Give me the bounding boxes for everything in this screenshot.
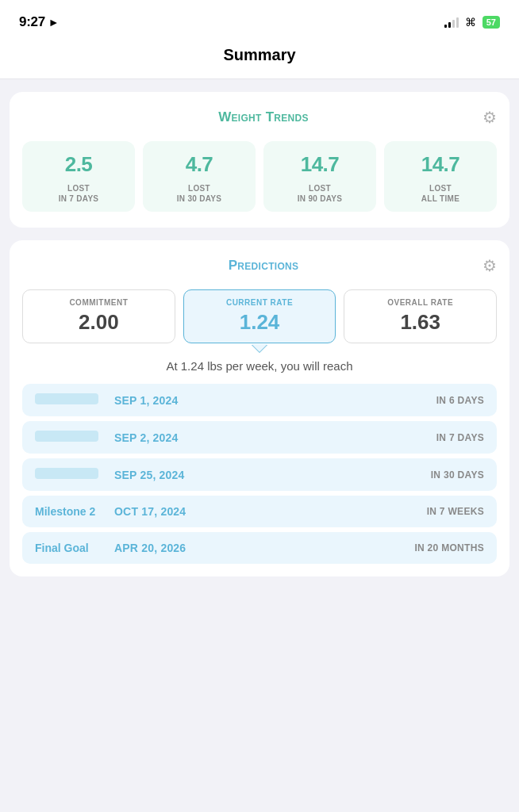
trend-value-alltime: 14.7: [421, 152, 460, 177]
rate-value-overall: 1.63: [400, 310, 440, 335]
trend-label-30days: LOSTIN 30 DAYS: [177, 183, 222, 204]
prediction-row-3: SEP 25, 2024 IN 30 DAYS: [22, 458, 497, 491]
prediction-row-4: Milestone 2 OCT 17, 2024 IN 7 WEEKS: [22, 496, 497, 527]
battery-indicator: 57: [482, 16, 500, 29]
rate-value-current: 1.24: [240, 310, 280, 335]
trend-box-30days: 4.7 LOSTIN 30 DAYS: [143, 141, 256, 212]
location-icon: ►: [48, 16, 60, 29]
prediction-row-2: SEP 2, 2024 IN 7 DAYS: [22, 421, 497, 454]
prediction-row-5: Final Goal APR 20, 2026 IN 20 MONTHS: [22, 532, 497, 564]
rate-selector: COMMITMENT 2.00 CURRENT RATE 1.24 OVERAL…: [22, 289, 497, 343]
status-bar: 9:27 ► ⌘ 57: [0, 0, 519, 40]
weight-trends-header: Weight Trends ⚙: [22, 108, 497, 127]
prediction-list: SEP 1, 2024 IN 6 DAYS SEP 2, 2024 IN 7 D…: [22, 384, 497, 564]
predictions-card: Predictions ⚙ COMMITMENT 2.00 CURRENT RA…: [10, 240, 509, 576]
trend-label-alltime: LOSTALL TIME: [421, 183, 459, 204]
pred-timeframe-3: IN 30 DAYS: [431, 469, 484, 481]
weight-trends-card: Weight Trends ⚙ 2.5 LOSTIN 7 DAYS 4.7 LO…: [10, 92, 509, 228]
pred-date-1: SEP 1, 2024: [114, 394, 436, 407]
page-title: Summary: [223, 46, 295, 63]
pred-date-3: SEP 25, 2024: [114, 469, 431, 481]
wifi-icon: ⌘: [465, 16, 476, 29]
pred-name-1: [35, 393, 114, 407]
trend-value-90days: 14.7: [301, 152, 340, 177]
signal-icon: [444, 17, 459, 28]
pred-blurred-2: [35, 431, 98, 442]
trend-grid: 2.5 LOSTIN 7 DAYS 4.7 LOSTIN 30 DAYS 14.…: [22, 141, 497, 212]
predictions-settings-icon[interactable]: ⚙: [482, 256, 497, 275]
pred-date-4: OCT 17, 2024: [114, 505, 427, 518]
rate-box-current[interactable]: CURRENT RATE 1.24: [183, 289, 336, 343]
pred-timeframe-5: IN 20 MONTHS: [414, 542, 484, 553]
pred-blurred-3: [35, 468, 98, 479]
trend-box-alltime: 14.7 LOSTALL TIME: [384, 141, 497, 212]
rate-box-overall[interactable]: OVERALL RATE 1.63: [344, 289, 497, 343]
pred-timeframe-4: IN 7 WEEKS: [427, 506, 484, 517]
predictions-header: Predictions ⚙: [22, 256, 497, 275]
trend-box-7days: 2.5 LOSTIN 7 DAYS: [22, 141, 135, 212]
weight-trends-settings-icon[interactable]: ⚙: [482, 108, 497, 127]
trend-label-90days: LOSTIN 90 DAYS: [298, 183, 343, 204]
prediction-row-1: SEP 1, 2024 IN 6 DAYS: [22, 384, 497, 416]
rate-value-commitment: 2.00: [79, 310, 119, 335]
pred-blurred-1: [35, 393, 98, 404]
rate-label-current: CURRENT RATE: [226, 298, 293, 307]
trend-value-30days: 4.7: [186, 152, 213, 177]
rate-box-commitment[interactable]: COMMITMENT 2.00: [22, 289, 175, 343]
rate-label-overall: OVERALL RATE: [387, 298, 453, 307]
status-icons: ⌘ 57: [444, 16, 500, 29]
pred-timeframe-1: IN 6 DAYS: [436, 395, 484, 406]
prediction-text: At 1.24 lbs per week, you will reach: [22, 359, 497, 373]
page-header: Summary: [0, 40, 519, 79]
status-time: 9:27: [19, 14, 45, 30]
weight-trends-title: Weight Trends: [44, 109, 482, 125]
pred-name-3: [35, 468, 114, 481]
rate-label-commitment: COMMITMENT: [69, 298, 128, 307]
trend-value-7days: 2.5: [65, 152, 93, 177]
pred-name-5: Final Goal: [35, 542, 114, 554]
predictions-title: Predictions: [44, 258, 482, 274]
pred-timeframe-2: IN 7 DAYS: [436, 432, 484, 443]
trend-label-7days: LOSTIN 7 DAYS: [59, 183, 99, 204]
pred-date-5: APR 20, 2026: [114, 542, 414, 554]
pred-name-2: [35, 431, 114, 444]
trend-box-90days: 14.7 LOSTIN 90 DAYS: [263, 141, 376, 212]
pred-name-4: Milestone 2: [35, 505, 114, 518]
pred-date-2: SEP 2, 2024: [114, 431, 436, 444]
